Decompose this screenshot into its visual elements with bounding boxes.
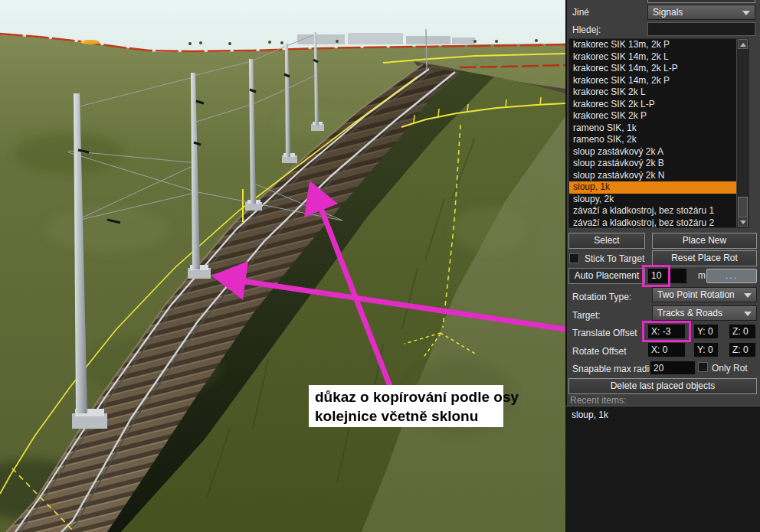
search-input[interactable] xyxy=(647,22,755,36)
target-value: Tracks & Roads xyxy=(657,308,722,318)
list-item[interactable]: krakorec SIK 2k P xyxy=(569,110,749,122)
chevron-down-icon xyxy=(744,312,752,316)
list-item-selected[interactable]: sloup, 1k xyxy=(569,181,749,194)
scroll-thumb[interactable] xyxy=(738,197,748,217)
rotate-offset-y[interactable]: Y: 0 xyxy=(693,342,719,357)
category-select[interactable]: Signals xyxy=(647,5,755,20)
snapable-radius-label: Snapable max radius: xyxy=(572,364,661,374)
list-item[interactable]: krakorec SIK 13m, 2k P xyxy=(569,39,749,51)
chevron-down-icon xyxy=(742,11,750,15)
recent-item[interactable]: sloup, 1k xyxy=(565,406,760,420)
translate-offset-x[interactable]: X: -3 xyxy=(647,324,686,339)
snapable-radius-input[interactable]: 20 xyxy=(650,361,696,375)
rotate-offset-z[interactable]: Z: 0 xyxy=(729,342,756,357)
viewport-3d-scene xyxy=(0,0,565,532)
annotation-note: důkaz o kopírování podle osy kolejnice v… xyxy=(309,385,503,427)
category-value: Signals xyxy=(653,7,683,18)
editor-window: důkaz o kopírování podle osy kolejnice v… xyxy=(0,0,760,532)
category-label: Jiné xyxy=(572,7,589,18)
distant-pole xyxy=(426,29,427,70)
reset-place-rot-button[interactable]: Reset Place Rot xyxy=(652,250,757,266)
translate-offset-label: Translate Offset xyxy=(572,328,637,338)
chevron-down-icon xyxy=(744,293,752,298)
list-item[interactable]: krakorec SIK 14m, 2k P xyxy=(569,75,749,87)
recent-items-list: sloup, 1k xyxy=(565,406,760,532)
list-item[interactable]: rameno SIK, 1k xyxy=(569,122,749,135)
list-item[interactable]: rameno SIK, 2k xyxy=(569,134,749,146)
list-item[interactable]: závaží a kladkostroj, bez stožáru 2 xyxy=(569,217,749,229)
arrow-up-icon xyxy=(740,43,746,47)
more-options-button[interactable]: ... xyxy=(706,269,757,283)
recent-items-label: Recent items: xyxy=(570,395,626,406)
list-item[interactable]: krakorec SIK 2k L xyxy=(569,86,749,99)
list-item[interactable]: sloup zastávkový 2k N xyxy=(569,170,749,182)
list-item[interactable]: závaží a kladkostroj, bez stožáru 1 xyxy=(569,205,749,217)
rotate-offset-x[interactable]: X: 0 xyxy=(647,342,686,357)
stick-to-target-label: Stick To Target xyxy=(585,253,644,264)
only-rot-checkbox[interactable] xyxy=(698,362,708,372)
3d-viewport[interactable]: důkaz o kopírování podle osy kolejnice v… xyxy=(0,0,565,532)
translate-offset-z[interactable]: Z: 0 xyxy=(729,324,756,339)
scroll-down-button[interactable] xyxy=(738,217,748,227)
rotation-type-value: Two Point Rotation xyxy=(657,289,735,300)
target-select[interactable]: Tracks & Roads xyxy=(652,305,757,321)
scroll-up-button[interactable] xyxy=(738,39,748,49)
list-item[interactable]: sloup zastávkový 2k A xyxy=(569,146,749,158)
auto-placement-unit: m xyxy=(698,270,706,281)
arrow-down-icon xyxy=(740,220,746,224)
list-item[interactable]: sloup zastávkový 2k B xyxy=(569,158,749,170)
annotation-line2: kolejnice včetně sklonu xyxy=(315,406,497,426)
clipped-combo-stub xyxy=(647,0,755,3)
list-scrollbar[interactable] xyxy=(736,39,749,227)
target-label: Target: xyxy=(572,310,601,321)
list-item[interactable]: krakorec SIK 2k L-P xyxy=(569,99,749,111)
place-new-button[interactable]: Place New xyxy=(652,233,757,249)
rotation-type-select[interactable]: Two Point Rotation xyxy=(652,287,757,302)
asset-list: krakorec SIK 13m, 2k P krakorec SIK 14m,… xyxy=(568,38,749,228)
stick-to-target-checkbox[interactable] xyxy=(569,253,579,263)
delete-last-placed-button[interactable]: Delete last placed objects xyxy=(568,378,757,394)
select-button[interactable]: Select xyxy=(568,233,645,249)
list-item[interactable]: krakorec SIK 14m, 2k L-P xyxy=(569,63,749,75)
annotation-line1: důkaz o kopírování podle osy xyxy=(315,387,497,406)
rotate-offset-label: Rotate Offset xyxy=(572,346,626,357)
list-item[interactable]: krakorec SIK 14m, 2k L xyxy=(569,51,749,64)
search-label: Hledej: xyxy=(572,24,601,35)
list-item[interactable]: sloupy, 2k xyxy=(569,194,749,206)
rotation-type-label: Rotation Type: xyxy=(572,292,631,302)
tool-panel: Jiné Signals Hledej: krakorec SIK 13m, 2… xyxy=(565,0,760,532)
translate-offset-y[interactable]: Y: 0 xyxy=(693,324,719,339)
auto-placement-value[interactable]: 10 xyxy=(647,268,687,284)
only-rot-label: Only Rot xyxy=(712,363,748,374)
auto-placement-button[interactable]: Auto Placement xyxy=(568,268,645,284)
